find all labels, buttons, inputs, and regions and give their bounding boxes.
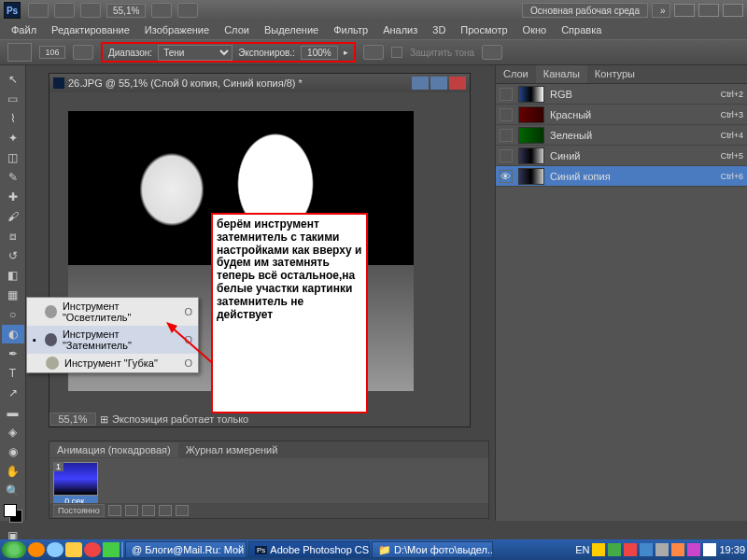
doc-maximize[interactable] xyxy=(430,77,447,90)
title-tool-2[interactable] xyxy=(54,3,75,18)
next-frame-button[interactable] xyxy=(159,505,172,516)
protect-tones-checkbox[interactable] xyxy=(391,47,402,58)
menu-edit[interactable]: Редактирование xyxy=(44,22,137,37)
gradient-tool[interactable]: ▦ xyxy=(2,286,24,304)
marquee-tool[interactable]: ▭ xyxy=(2,90,24,108)
brush-picker[interactable] xyxy=(73,45,93,60)
tray-icon-5[interactable] xyxy=(655,543,669,556)
burn-tool-item[interactable]: ▪ Инструмент "Затемнитель"O xyxy=(27,326,198,354)
visibility-icon[interactable] xyxy=(500,108,513,121)
tab-animation[interactable]: Анимация (покадровая) xyxy=(49,442,178,457)
tray-icon-7[interactable] xyxy=(687,543,700,556)
last-frame-button[interactable] xyxy=(176,505,189,516)
title-tool-3[interactable] xyxy=(80,3,101,18)
crop-tool[interactable]: ◫ xyxy=(2,148,24,167)
title-zoom[interactable]: 55,1% xyxy=(106,4,146,18)
minimize-button[interactable] xyxy=(674,4,695,17)
heal-tool[interactable]: ✚ xyxy=(2,188,24,206)
shape-tool[interactable]: ▬ xyxy=(2,403,24,422)
menu-filter[interactable]: Фильтр xyxy=(326,22,375,37)
hand-tool[interactable]: ✋ xyxy=(2,462,24,481)
blur-tool[interactable]: ○ xyxy=(2,305,24,324)
visibility-icon[interactable]: 👁 xyxy=(500,170,513,183)
first-frame-button[interactable] xyxy=(108,505,121,516)
menu-layer[interactable]: Слои xyxy=(217,22,257,37)
prev-frame-button[interactable] xyxy=(125,505,138,516)
channel-Зеленый[interactable]: ЗеленыйCtrl+4 xyxy=(496,125,747,146)
zoom-tool[interactable]: 🔍 xyxy=(2,482,24,500)
dodge-tool-item[interactable]: Инструмент "Осветлитель"O xyxy=(27,298,198,326)
task-1[interactable]: @Блоги@Mail.Ru: Мой ... xyxy=(125,541,247,558)
tray-clock[interactable]: 19:39 xyxy=(719,544,745,555)
menu-analysis[interactable]: Анализ xyxy=(375,22,425,37)
loop-select[interactable]: Постоянно xyxy=(53,504,105,517)
wand-tool[interactable]: ✦ xyxy=(2,129,24,147)
task-3[interactable]: 📁D:\Мои фото\выдел... xyxy=(372,541,493,558)
title-tool-4[interactable] xyxy=(151,3,172,18)
doc-zoom[interactable]: 55,1% xyxy=(49,413,96,426)
doc-minimize[interactable] xyxy=(412,77,429,90)
brush-size[interactable]: 106 xyxy=(39,46,65,59)
pen-tool[interactable]: ✒ xyxy=(2,344,24,363)
workspace-more[interactable]: » xyxy=(652,3,670,18)
menu-file[interactable]: Файл xyxy=(4,22,44,37)
tray-icon-6[interactable] xyxy=(671,543,684,556)
airbrush-icon[interactable] xyxy=(363,45,384,60)
channel-Красный[interactable]: КрасныйCtrl+3 xyxy=(496,105,747,125)
tray-icon-4[interactable] xyxy=(640,543,653,556)
visibility-icon[interactable] xyxy=(500,129,513,142)
history-tool[interactable]: ↺ xyxy=(2,246,24,265)
tray-icon-1[interactable] xyxy=(592,543,605,556)
tray-icon-2[interactable] xyxy=(608,543,621,556)
eyedropper-tool[interactable]: ✎ xyxy=(2,168,24,187)
brush-tool[interactable]: 🖌 xyxy=(2,207,24,226)
menu-image[interactable]: Изображение xyxy=(137,22,217,37)
workspace-selector[interactable]: Основная рабочая среда xyxy=(522,3,648,18)
channel-Синий копия[interactable]: 👁Синий копияCtrl+6 xyxy=(496,166,747,187)
visibility-icon[interactable] xyxy=(500,88,513,101)
sponge-tool-item[interactable]: Инструмент "Губка"O xyxy=(27,354,198,372)
exposure-arrow-icon[interactable]: ▸ xyxy=(344,48,348,57)
ql-2[interactable] xyxy=(47,542,63,557)
menu-help[interactable]: Справка xyxy=(554,22,609,37)
move-tool[interactable]: ↖ xyxy=(2,70,24,89)
frame-1[interactable]: 1 0 сек. xyxy=(53,462,98,507)
title-tool-1[interactable] xyxy=(28,3,49,18)
doc-close[interactable] xyxy=(449,77,466,90)
tray-lang[interactable]: EN xyxy=(575,544,589,555)
maximize-button[interactable] xyxy=(698,4,719,17)
stamp-tool[interactable]: ⧈ xyxy=(2,227,24,245)
start-button[interactable] xyxy=(2,541,26,558)
burn-tool[interactable]: ◐ xyxy=(2,325,24,343)
menu-window[interactable]: Окно xyxy=(515,22,555,37)
ql-3[interactable] xyxy=(65,542,82,557)
ql-1[interactable] xyxy=(28,542,45,557)
path-tool[interactable]: ↗ xyxy=(2,384,24,402)
opt-extra-icon[interactable] xyxy=(482,45,502,60)
3d-cam-tool[interactable]: ◉ xyxy=(2,442,24,461)
tab-paths[interactable]: Контуры xyxy=(587,65,642,83)
menu-3d[interactable]: 3D xyxy=(425,22,453,37)
type-tool[interactable]: T xyxy=(2,364,24,383)
menu-view[interactable]: Просмотр xyxy=(453,22,514,37)
tray-icon-8[interactable] xyxy=(703,543,716,556)
tab-layers[interactable]: Слои xyxy=(496,65,536,83)
channel-Синий[interactable]: СинийCtrl+5 xyxy=(496,146,747,166)
tray-icon-3[interactable] xyxy=(624,543,637,556)
range-select[interactable]: Тени xyxy=(158,45,233,61)
ql-5[interactable] xyxy=(103,542,120,557)
close-button[interactable] xyxy=(723,4,743,17)
eraser-tool[interactable]: ◧ xyxy=(2,266,24,285)
ql-4[interactable] xyxy=(84,542,101,557)
tool-preset-icon[interactable] xyxy=(7,43,32,62)
color-swatch[interactable] xyxy=(4,504,22,523)
exposure-input[interactable] xyxy=(301,46,338,60)
lasso-tool[interactable]: ⌇ xyxy=(2,109,24,128)
task-2[interactable]: PsAdobe Photoshop CS... xyxy=(248,541,370,558)
channel-RGB[interactable]: RGBCtrl+2 xyxy=(496,84,747,105)
visibility-icon[interactable] xyxy=(500,149,513,162)
play-button[interactable] xyxy=(142,505,155,516)
3d-tool[interactable]: ◈ xyxy=(2,423,24,441)
menu-select[interactable]: Выделение xyxy=(257,22,326,37)
tab-channels[interactable]: Каналы xyxy=(536,65,587,83)
